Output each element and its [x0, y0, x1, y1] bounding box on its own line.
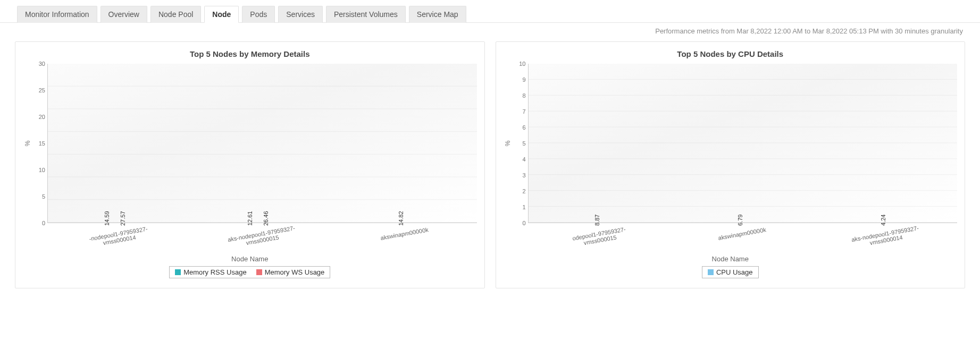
- chart-memory-xlabels: -nodepool1-97959327- vmss000014aks-nodep…: [23, 231, 477, 243]
- ytick: 20: [39, 114, 45, 120]
- ytick: 7: [522, 108, 525, 115]
- chart-cpu-yticks: 012345678910: [513, 64, 528, 223]
- chart-memory: Top 5 Nodes by Memory Details % 05101520…: [15, 41, 485, 288]
- ytick: 1: [522, 204, 525, 210]
- bar-value-label: 26.46: [263, 211, 269, 226]
- legend-item[interactable]: CPU Usage: [708, 268, 753, 276]
- legend-swatch: [708, 269, 714, 275]
- ytick: 0: [522, 220, 525, 226]
- legend-swatch: [175, 269, 181, 275]
- tab-monitor-info[interactable]: Monitor Information: [17, 6, 97, 23]
- ytick: 4: [522, 156, 525, 163]
- chart-cpu-title: Top 5 Nodes by CPU Details: [504, 49, 958, 58]
- ytick: 9: [522, 76, 525, 83]
- xlabel: aks-nodepool1-97959327- vmss000015: [190, 218, 333, 255]
- ytick: 0: [42, 220, 45, 226]
- bar-value-label: 6.79: [737, 215, 743, 226]
- ytick: 3: [522, 172, 525, 178]
- bar-value-label: 14.59: [104, 211, 111, 226]
- chart-cpu-plot: 8.876.794.24: [528, 64, 958, 223]
- chart-memory-xaxis-title: Node Name: [23, 255, 477, 263]
- chart-memory-body: % 051015202530 14.5927.5712.6126.4614.82: [23, 64, 477, 223]
- chart-memory-title: Top 5 Nodes by Memory Details: [23, 49, 477, 58]
- chart-memory-plot: 14.5927.5712.6126.4614.82: [47, 64, 477, 223]
- xlabel: akswinapm00000k: [333, 218, 476, 255]
- chart-memory-ylabel: %: [23, 64, 32, 223]
- ytick: 5: [42, 193, 45, 200]
- tabs-bar: Monitor InformationOverviewNode PoolNode…: [0, 0, 980, 23]
- legend-item[interactable]: Memory RSS Usage: [175, 268, 246, 276]
- chart-memory-legend: Memory RSS UsageMemory WS Usage: [169, 266, 330, 278]
- ytick: 10: [519, 61, 525, 67]
- bar-value-label: 14.82: [398, 211, 404, 226]
- chart-cpu: Top 5 Nodes by CPU Details % 01234567891…: [496, 41, 966, 288]
- ytick: 15: [39, 140, 45, 147]
- tab-overview[interactable]: Overview: [100, 6, 147, 23]
- tab-node-pool[interactable]: Node Pool: [150, 6, 201, 23]
- tab-pv[interactable]: Persistent Volumes: [326, 6, 406, 23]
- legend-item[interactable]: Memory WS Usage: [256, 268, 325, 276]
- legend-label: Memory WS Usage: [265, 268, 325, 276]
- ytick: 8: [522, 92, 525, 99]
- chart-cpu-xlabels: odepool1-97959327- vmss000015akswinapm00…: [504, 231, 958, 243]
- time-range-text: Performance metrics from Mar 8,2022 12:0…: [0, 23, 980, 37]
- chart-cpu-legend: CPU Usage: [702, 266, 759, 278]
- ytick: 6: [522, 124, 525, 131]
- ytick: 5: [522, 140, 525, 147]
- chart-cpu-xaxis-title: Node Name: [504, 255, 958, 263]
- ytick: 25: [39, 87, 45, 93]
- bar-value-label: 12.61: [247, 211, 253, 226]
- bar-value-label: 8.87: [594, 215, 600, 226]
- tab-pods[interactable]: Pods: [242, 6, 275, 23]
- tab-services[interactable]: Services: [278, 6, 323, 23]
- ytick: 10: [39, 167, 45, 173]
- ytick: 30: [39, 61, 45, 67]
- bar-value-label: 4.24: [880, 215, 886, 226]
- legend-label: CPU Usage: [716, 268, 753, 276]
- chart-memory-yticks: 051015202530: [32, 64, 47, 223]
- ytick: 2: [522, 188, 525, 194]
- chart-cpu-ylabel: %: [504, 64, 513, 223]
- bar-value-label: 27.57: [120, 211, 127, 226]
- chart-cpu-body: % 012345678910 8.876.794.24: [504, 64, 958, 223]
- tab-service-map[interactable]: Service Map: [409, 6, 466, 23]
- tab-node[interactable]: Node: [204, 6, 239, 23]
- legend-label: Memory RSS Usage: [183, 268, 246, 276]
- legend-swatch: [256, 269, 262, 275]
- xlabel: -nodepool1-97959327- vmss000014: [47, 218, 190, 255]
- charts-row: Top 5 Nodes by Memory Details % 05101520…: [0, 37, 980, 299]
